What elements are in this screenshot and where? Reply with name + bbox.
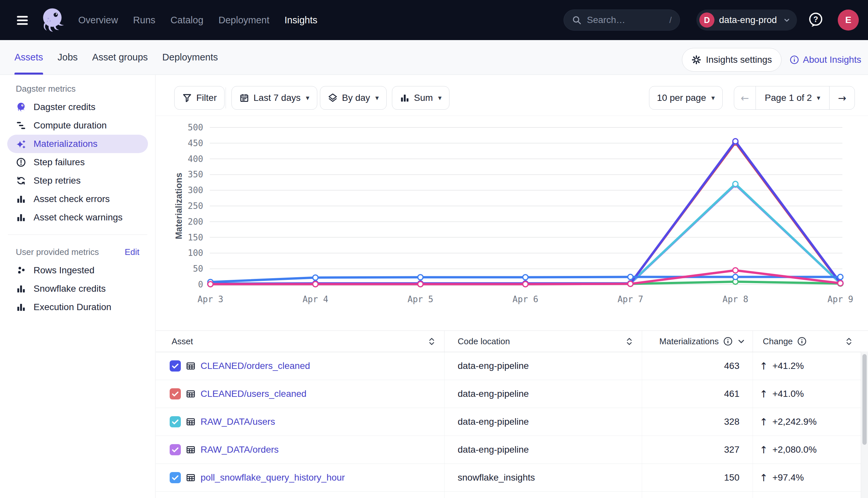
caret-down-icon: ▾ (817, 94, 820, 102)
sidebar-item-snowflake-credits[interactable]: Snowflake credits (0, 279, 155, 298)
info-icon[interactable] (797, 337, 806, 346)
sparkles-icon (16, 139, 26, 149)
aggregation-button[interactable]: Sum ▾ (392, 86, 449, 110)
filter-button[interactable]: Filter (174, 86, 225, 110)
sidebar-item-rows-ingested[interactable]: Rows Ingested (0, 261, 155, 279)
topnav-item-catalog[interactable]: Catalog (171, 15, 204, 26)
edit-metrics-link[interactable]: Edit (125, 247, 139, 257)
series-checkbox[interactable] (170, 444, 181, 455)
tab-jobs[interactable]: Jobs (58, 40, 78, 75)
sidebar-item-label: Asset check warnings (34, 212, 123, 223)
sidebar-item-label: Materializations (34, 139, 98, 149)
sidebar-item-label: Rows Ingested (34, 265, 94, 276)
sidebar-section-header: User provided metricsEdit (0, 243, 155, 261)
up-arrow-icon: ↑ (760, 416, 768, 428)
topnav-item-insights[interactable]: Insights (284, 15, 317, 26)
sort-icon[interactable] (625, 337, 633, 346)
asset-link[interactable]: CLEANED/orders_cleaned (201, 361, 310, 371)
column-header-code-location[interactable]: Code location (445, 331, 642, 352)
sort-icon[interactable] (845, 337, 853, 346)
page-indicator[interactable]: Page 1 of 2 ▾ (756, 87, 830, 109)
asset-link[interactable]: RAW_DATA/users (201, 417, 275, 427)
code-location-cell: data-eng-pipeline (445, 408, 642, 436)
tabs-list: AssetsJobsAsset groupsDeployments (14, 40, 218, 75)
table-scrollbar (861, 352, 868, 498)
tab-assets[interactable]: Assets (14, 40, 43, 75)
search-shortcut-hint: / (669, 15, 672, 25)
per-page-button[interactable]: 10 per page ▾ (649, 86, 723, 110)
sort-icon[interactable] (428, 337, 436, 346)
help-icon[interactable]: ? (808, 12, 823, 29)
asset-cell: CLEANED/… (156, 492, 445, 498)
dagster-logo-icon[interactable] (38, 5, 68, 35)
about-insights-label: About Insights (803, 54, 861, 65)
info-icon[interactable] (723, 337, 732, 346)
asset-link[interactable]: CLEANED/users_cleaned (201, 389, 306, 399)
asset-link[interactable]: RAW_DATA/orders (201, 444, 279, 455)
svg-text:450: 450 (188, 138, 203, 148)
series-checkbox[interactable] (170, 388, 181, 399)
code-location-cell: data-eng-pipeline (445, 380, 642, 408)
series-checkbox[interactable] (170, 361, 181, 371)
chevron-down-icon[interactable] (737, 337, 745, 345)
workspace-selector[interactable]: D data-eng-prod (697, 10, 797, 30)
insights-settings-button[interactable]: Insights settings (682, 48, 781, 71)
svg-text:350: 350 (188, 170, 203, 179)
table-body: CLEANED/orders_cleaneddata-eng-pipeline4… (156, 352, 868, 498)
topnav-item-overview[interactable]: Overview (78, 15, 118, 26)
topnav-item-deployment[interactable]: Deployment (219, 15, 270, 26)
materializations-value-cell: 327 (642, 436, 753, 463)
change-cell: ↑+41.0% (753, 380, 868, 408)
table-row: poll_snowflake_query_history_hoursnowfla… (156, 464, 868, 492)
about-insights-link[interactable]: About Insights (790, 48, 861, 71)
hamburger-menu-icon[interactable] (15, 14, 29, 26)
topnav-items: OverviewRunsCatalogDeploymentInsights (78, 0, 317, 40)
sidebar-item-dagster-credits[interactable]: Dagster credits (0, 98, 155, 116)
steps-icon (16, 120, 26, 131)
column-header-materializations[interactable]: Materializations (642, 331, 753, 352)
svg-text:100: 100 (188, 248, 203, 258)
materializations-value-cell: 328 (642, 408, 753, 436)
sidebar-item-execution-duration[interactable]: Execution Duration (0, 298, 155, 316)
up-arrow-icon: ↑ (760, 388, 768, 400)
sidebar: Dagster metricsDagster creditsCompute du… (0, 75, 155, 498)
topnav-item-runs[interactable]: Runs (133, 15, 155, 26)
column-header-change[interactable]: Change (753, 331, 868, 352)
sidebar-item-materializations[interactable]: Materializations (7, 135, 148, 153)
scrollbar-thumb[interactable] (863, 354, 867, 445)
user-avatar[interactable]: E (838, 10, 859, 30)
date-range-button[interactable]: Last 7 days ▾ (231, 86, 317, 110)
asset-cell: RAW_DATA/users (156, 408, 445, 436)
sidebar-item-asset-check-warnings[interactable]: Asset check warnings (0, 208, 155, 227)
previous-page-button[interactable]: ← (734, 87, 756, 109)
sidebar-item-step-failures[interactable]: Step failures (0, 153, 155, 171)
svg-text:Materializations: Materializations (174, 173, 184, 239)
toolbar-divider (226, 87, 226, 108)
table-grid-icon (186, 445, 196, 455)
sidebar-divider (8, 235, 147, 235)
search-placeholder: Search… (587, 15, 625, 25)
granularity-button[interactable]: By day ▾ (320, 86, 387, 110)
search-input[interactable]: Search… / (563, 10, 680, 30)
series-checkbox[interactable] (170, 472, 181, 483)
caret-down-icon: ▾ (306, 94, 309, 102)
next-page-button[interactable]: → (830, 87, 855, 109)
sidebar-item-label: Step retries (34, 175, 80, 186)
granularity-label: By day (342, 93, 370, 103)
sidebar-item-asset-check-errors[interactable]: Asset check errors (0, 190, 155, 208)
sidebar-item-step-retries[interactable]: Step retries (0, 171, 155, 190)
column-header-asset[interactable]: Asset (156, 331, 445, 352)
aggregation-label: Sum (414, 93, 433, 103)
sidebar-item-compute-duration[interactable]: Compute duration (0, 116, 155, 135)
asset-link[interactable]: poll_snowflake_query_history_hour (201, 472, 345, 483)
tab-asset-groups[interactable]: Asset groups (92, 40, 148, 75)
tab-deployments[interactable]: Deployments (163, 40, 218, 75)
sidebar-item-label: Execution Duration (34, 302, 112, 312)
svg-text:Apr 8: Apr 8 (723, 294, 748, 304)
table-grid-icon (186, 389, 196, 399)
change-value: +41.2% (772, 361, 804, 371)
svg-text:50: 50 (193, 264, 203, 274)
series-checkbox[interactable] (170, 416, 181, 428)
table-grid-icon (186, 473, 196, 483)
code-location-cell: data-eng-pipeline (445, 436, 642, 463)
